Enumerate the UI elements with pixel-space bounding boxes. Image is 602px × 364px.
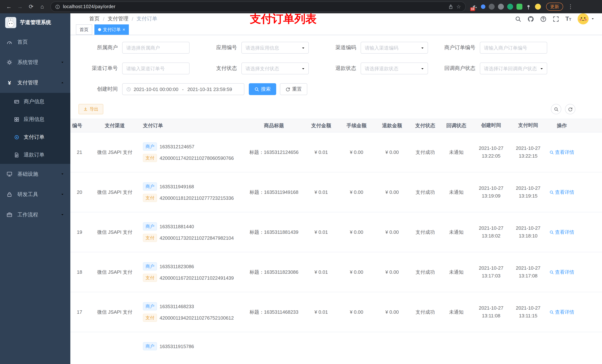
merchant-order-no-field[interactable] [480,42,547,54]
chevron-down-icon [420,67,425,71]
site-info-icon[interactable] [55,4,60,9]
refund-status-select[interactable] [361,62,428,74]
browser-home-button[interactable]: ⌂ [37,1,47,12]
date-range-picker[interactable]: 2021-10-01 00:00:00 - 2021-10-31 23:59:5… [122,83,244,95]
extension-icon-3[interactable] [489,4,495,10]
merchant-input[interactable] [123,45,189,51]
extension-icon-4[interactable] [498,4,504,10]
merchant-select[interactable] [122,42,190,54]
close-icon[interactable]: × [123,27,125,32]
tab-pay-order[interactable]: 支付订单 × [94,24,129,35]
pay-status-input[interactable] [242,66,308,71]
merchant-order-no-input[interactable] [480,45,547,51]
cell-notify: 未通知 [441,149,472,156]
sidebar-item-home[interactable]: 首页 [0,32,70,52]
extension-profile-icon[interactable] [535,4,541,10]
filter-app-id: 应用编号 [198,42,317,54]
refresh-table-button[interactable] [565,104,575,114]
font-size-icon[interactable]: TT [565,16,571,22]
refund-status-input[interactable] [361,66,428,71]
chrome-update-button[interactable]: 更新 [546,3,563,11]
channel-order-no-input[interactable] [123,66,189,71]
toggle-search-button[interactable] [551,104,561,114]
date-end[interactable]: 2021-10-31 23:59:59 [187,86,232,92]
create-time: 13:11:08 [482,312,500,319]
extension-pin-icon[interactable] [526,4,532,10]
sidebar-item-payment[interactable]: ¥ 支付管理 [0,73,70,93]
user-avatar[interactable] [578,13,589,24]
sidebar-item-infrastructure[interactable]: 基础设施 [0,164,70,184]
create-date: 2021-10-27 [479,305,504,312]
search-button[interactable]: 搜索 [249,83,276,95]
view-detail-link[interactable]: 查看详情 [549,189,574,196]
address-bar[interactable]: localhost:1024/pay/order ☆ [50,1,466,12]
github-icon[interactable] [527,16,534,22]
cell-amount: ¥ 0.01 [304,229,339,235]
sidebar-item-refund-order[interactable]: 退款订单 [0,146,70,164]
gear-icon [7,60,12,65]
app-id-select[interactable] [241,42,309,54]
cell-create-time: 2021-10-27 13:18:02 [472,225,510,240]
url-text[interactable]: localhost:1024/pay/order [63,4,446,9]
fullscreen-icon[interactable] [553,16,559,22]
breadcrumb-home[interactable]: 首页 [89,16,100,22]
pay-status-select[interactable] [241,62,309,74]
bookmark-star-icon[interactable]: ☆ [456,4,461,10]
extension-icon-6[interactable] [516,4,522,10]
view-detail-link[interactable]: 查看详情 [549,309,574,315]
create-date: 2021-10-27 [479,265,504,272]
browser-forward-button[interactable]: → [15,1,25,12]
export-button[interactable]: 导出 [78,104,103,114]
breadcrumb-payment[interactable]: 支付管理 [108,16,129,22]
col-notify: 回调状态 [441,122,472,129]
user-menu[interactable] [578,13,595,24]
channel-order-no-field[interactable] [122,62,190,74]
date-start[interactable]: 2021-10-01 00:00:00 [134,86,178,92]
chevron-down-icon [539,67,544,71]
sidebar-toggle-icon[interactable] [76,15,83,22]
view-detail-link[interactable]: 查看详情 [549,229,574,235]
channel-code-input[interactable] [361,45,428,51]
table-header: 编号 支付渠道 支付订单 商品标题 支付金额 手续金额 退款金额 支付状态 回调… [70,119,602,132]
sidebar: 芋道管理系统 首页 系统管理 ¥ 支付管理 [0,13,70,364]
sidebar-item-devtools[interactable]: 研发工具 [0,184,70,205]
browser-menu-icon[interactable]: ⋮ [565,1,576,12]
notify-status-input[interactable] [480,66,547,71]
sidebar-item-merchant-info[interactable]: 商户信息 [0,93,70,111]
extensions-puzzle-icon[interactable]: 10 [472,4,478,10]
reset-button[interactable]: 重置 [280,83,307,95]
view-detail-link[interactable]: 查看详情 [549,149,574,156]
date-separator: - [182,86,184,92]
cell-actions: 查看详情 [546,189,578,196]
cell-amount: ¥ 0.01 [304,189,339,195]
filter-merchant: 所属商户 [78,42,198,54]
sidebar-item-pay-order[interactable]: 支付订单 [0,128,70,146]
sidebar-item-app-info[interactable]: 应用信息 [0,111,70,128]
cell-id: 21 [70,149,89,155]
channel-code-select[interactable] [361,42,428,54]
cell-notify: 未通知 [441,229,472,235]
cell-refund: ¥ 0.00 [374,189,410,195]
search-icon[interactable] [515,16,521,22]
pay-order-no: 4200001181202110277723215336 [160,195,234,201]
sidebar-item-workflow[interactable]: 工作流程 [0,205,70,225]
view-detail-link[interactable]: 查看详情 [549,269,574,275]
pay-time: 13:19:15 [519,192,538,199]
tab-home[interactable]: 首页 [76,24,92,35]
extension-icon-2[interactable] [481,4,485,9]
share-icon[interactable] [449,4,453,9]
tab-label: 首页 [80,25,88,34]
sidebar-item-system[interactable]: 系统管理 [0,52,70,73]
merchant-order-line: 商户 1635311915786 [143,342,194,350]
sidebar-logo[interactable]: 芋道管理系统 [0,13,70,32]
browser-back-button[interactable]: ← [4,1,14,12]
menu-label: 研发工具 [17,191,55,198]
notify-status-select[interactable] [480,62,547,74]
extension-icon-5[interactable] [507,4,513,10]
sidebar-menu: 首页 系统管理 ¥ 支付管理 商户信息 [0,32,70,225]
help-icon[interactable] [540,16,547,22]
app-title: 芋道管理系统 [20,19,51,26]
app-id-input[interactable] [242,45,308,51]
table-row: 21 微信 JSAPI 支付 商户 1635312124657 支付 42000… [70,132,602,172]
browser-reload-button[interactable]: ⟳ [26,1,36,12]
